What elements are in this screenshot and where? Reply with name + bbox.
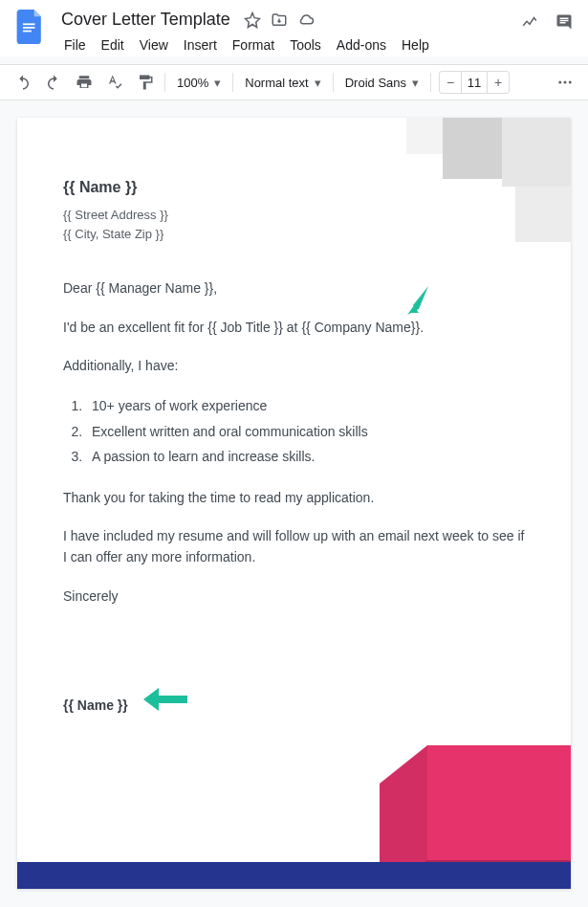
- docs-logo[interactable]: [11, 8, 50, 46]
- closing-line[interactable]: Sincerely: [63, 586, 525, 607]
- annotation-arrow-icon: [390, 280, 436, 326]
- menu-view[interactable]: View: [133, 33, 175, 56]
- followup-line[interactable]: I have included my resume and will follo…: [63, 525, 525, 568]
- move-to-folder-icon[interactable]: [271, 11, 288, 29]
- menu-format[interactable]: Format: [226, 33, 281, 56]
- chevron-down-icon: ▾: [214, 76, 221, 90]
- app-header: Cover Letter Template File Edit View Ins…: [0, 0, 588, 56]
- placeholder-name-signature[interactable]: {{ Name }}: [63, 695, 525, 716]
- annotation-arrow-icon: [142, 686, 187, 713]
- list-item[interactable]: A passion to learn and increase skills.: [86, 444, 525, 469]
- font-size-increase-button[interactable]: +: [488, 72, 509, 93]
- font-value: Droid Sans: [345, 76, 406, 90]
- style-dropdown[interactable]: Normal text ▾: [241, 74, 324, 92]
- chevron-down-icon: ▾: [412, 76, 419, 90]
- print-button[interactable]: [73, 71, 96, 94]
- star-icon[interactable]: [244, 11, 261, 29]
- svg-point-5: [569, 81, 572, 84]
- svg-rect-0: [23, 23, 35, 25]
- placeholder-city[interactable]: {{ City, State Zip }}: [63, 225, 525, 245]
- toolbar-separator: [164, 73, 165, 92]
- svg-rect-2: [23, 31, 32, 33]
- menu-tools[interactable]: Tools: [283, 33, 328, 56]
- thanks-line[interactable]: Thank you for taking the time to read my…: [63, 487, 525, 508]
- toolbar: 100% ▾ Normal text ▾ Droid Sans ▾ − +: [0, 64, 588, 100]
- list-item[interactable]: 10+ years of work experience: [86, 393, 525, 418]
- document-page[interactable]: {{ Name }} {{ Street Address }} {{ City,…: [17, 118, 571, 889]
- title-area: Cover Letter Template File Edit View Ins…: [57, 8, 521, 56]
- document-title[interactable]: Cover Letter Template: [57, 8, 234, 32]
- qualifications-list[interactable]: 10+ years of work experience Excellent w…: [86, 393, 525, 469]
- svg-point-3: [558, 81, 561, 84]
- font-dropdown[interactable]: Droid Sans ▾: [341, 74, 423, 92]
- greeting-line[interactable]: Dear {{ Manager Name }},: [63, 277, 525, 299]
- zoom-dropdown[interactable]: 100% ▾: [173, 74, 225, 92]
- zoom-value: 100%: [177, 76, 208, 90]
- menu-help[interactable]: Help: [395, 33, 436, 56]
- spellcheck-button[interactable]: [103, 71, 126, 94]
- list-item[interactable]: Excellent written and oral communication…: [86, 419, 525, 444]
- toolbar-separator: [232, 73, 233, 92]
- intro-line[interactable]: I'd be an excellent fit for {{ Job Title…: [63, 317, 525, 338]
- more-tools-button[interactable]: [554, 71, 577, 94]
- font-size-decrease-button[interactable]: −: [440, 72, 461, 93]
- chevron-down-icon: ▾: [315, 76, 321, 90]
- additionally-line[interactable]: Additionally, I have:: [63, 355, 525, 376]
- placeholder-street[interactable]: {{ Street Address }}: [63, 206, 525, 226]
- font-size-input[interactable]: [461, 72, 488, 93]
- toolbar-separator: [333, 73, 334, 92]
- svg-rect-1: [23, 27, 35, 29]
- footer-bar: [17, 862, 571, 889]
- menu-edit[interactable]: Edit: [95, 33, 131, 56]
- comments-icon[interactable]: [555, 13, 573, 31]
- toolbar-separator: [430, 73, 431, 92]
- menubar: File Edit View Insert Format Tools Add-o…: [57, 33, 521, 56]
- svg-rect-7: [427, 745, 571, 860]
- paint-format-button[interactable]: [134, 71, 157, 94]
- font-size-control: − +: [439, 71, 510, 94]
- document-body[interactable]: {{ Name }} {{ Street Address }} {{ City,…: [63, 175, 525, 716]
- placeholder-name-header[interactable]: {{ Name }}: [63, 175, 525, 200]
- cloud-status-icon[interactable]: [297, 11, 315, 29]
- menu-addons[interactable]: Add-ons: [330, 33, 393, 56]
- activity-icon[interactable]: [521, 13, 538, 31]
- redo-button[interactable]: [42, 71, 65, 94]
- document-canvas[interactable]: {{ Name }} {{ Street Address }} {{ City,…: [0, 100, 588, 906]
- style-value: Normal text: [245, 76, 308, 90]
- menu-file[interactable]: File: [57, 33, 93, 56]
- svg-point-4: [564, 81, 567, 84]
- menu-insert[interactable]: Insert: [177, 33, 224, 56]
- undo-button[interactable]: [11, 71, 34, 94]
